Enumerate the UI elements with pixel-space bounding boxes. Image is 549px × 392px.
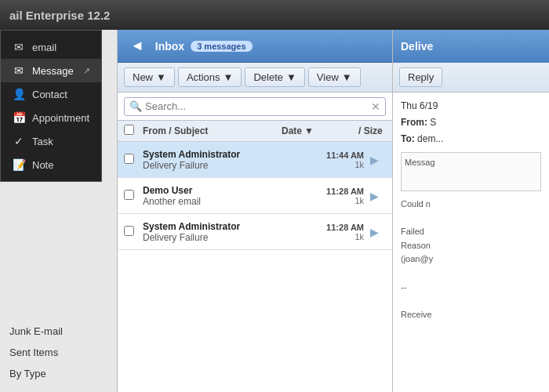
row-content-3: System Administrator Delivery Failure (143, 221, 287, 243)
message-dropdown-icon: ✉ (12, 64, 26, 77)
dropdown-note-label: Note (32, 159, 53, 171)
email-from-line: From: S (401, 115, 541, 129)
row-meta-2: 11:28 AM 1k (293, 187, 364, 205)
right-panel: Delive Reply Thu 6/19 From: S To: dem...… (392, 30, 549, 392)
sidebar-sent-label: Sent Items (9, 347, 58, 358)
view-button-label: View (317, 71, 339, 83)
body-line-8 (401, 294, 541, 308)
date-header: Date ▼ (282, 125, 352, 136)
inbox-header: ◄ Inbox 3 messages (118, 30, 392, 63)
search-input[interactable] (145, 100, 368, 112)
size-header: / Size (358, 125, 386, 136)
email-to-value: dem... (417, 133, 443, 144)
inbox-message-count: 3 messages (191, 41, 252, 52)
right-panel-header: Delive (393, 30, 549, 63)
body-line-9: Receive (401, 308, 541, 322)
row-flag-icon-2[interactable]: ▶ (370, 190, 386, 202)
list-column-header: From / Subject Date ▼ / Size (118, 121, 392, 142)
main-layout: ✉ email ✉ Message ↗ 👤 Contact 📅 Appointm… (0, 30, 549, 392)
sidebar-item-junk[interactable]: Junk E-mail (0, 321, 117, 342)
row-flag-icon-3[interactable]: ▶ (370, 226, 386, 238)
body-line-7: -- (401, 281, 541, 295)
search-wrapper: 🔍 ✕ (124, 97, 386, 116)
dropdown-item-contact[interactable]: 👤 Contact (1, 82, 101, 106)
dropdown-item-message[interactable]: ✉ Message ↗ (1, 59, 101, 82)
top-bar: ail Enterprise 12.2 (0, 0, 549, 30)
body-line-6 (401, 267, 541, 281)
row-sender-1: System Administrator (143, 149, 287, 160)
row-checkbox-3[interactable] (124, 226, 136, 238)
dropdown-item-task[interactable]: ✓ Task (1, 129, 101, 153)
dropdown-item-email[interactable]: ✉ email (1, 35, 101, 59)
view-dropdown-icon: ▼ (342, 71, 352, 83)
actions-dropdown-icon: ▼ (224, 71, 234, 83)
inbox-title: Inbox (155, 40, 184, 53)
sidebar-item-sent[interactable]: Sent Items (0, 342, 117, 363)
table-row[interactable]: System Administrator Delivery Failure 11… (118, 214, 392, 250)
inbox-back-button[interactable]: ◄ (125, 36, 149, 56)
sidebar-item-bytype[interactable]: By Type (0, 363, 117, 384)
from-subject-header: From / Subject (143, 125, 275, 136)
row-flag-icon-1[interactable]: ▶ (370, 154, 386, 166)
body-line-3: Failed (401, 225, 541, 239)
search-clear-icon[interactable]: ✕ (371, 100, 380, 113)
view-button[interactable]: View ▼ (308, 67, 361, 87)
new-button-label: New (133, 71, 153, 83)
delete-dropdown-icon: ▼ (286, 71, 296, 83)
body-line-4: Reason (401, 239, 541, 253)
select-all-input[interactable] (124, 125, 134, 135)
content-area: ◄ Inbox 3 messages New ▼ Actions ▼ Delet… (118, 30, 392, 392)
actions-button-label: Actions (187, 71, 220, 83)
delete-button-label: Delete (253, 71, 283, 83)
appointment-dropdown-icon: 📅 (12, 111, 26, 124)
body-line-2 (401, 212, 541, 226)
row-subject-3: Delivery Failure (143, 232, 287, 243)
email-dropdown-icon: ✉ (12, 41, 26, 53)
actions-button[interactable]: Actions ▼ (178, 67, 242, 87)
search-icon: 🔍 (129, 100, 142, 112)
body-line-1: Could n (401, 198, 541, 212)
new-button[interactable]: New ▼ (124, 67, 175, 87)
toolbar: New ▼ Actions ▼ Delete ▼ View ▼ (118, 63, 392, 93)
email-from-label: From: (401, 117, 427, 128)
body-label: Messag (405, 156, 537, 170)
right-panel-content: Thu 6/19 From: S To: dem... Messag Could… (393, 93, 549, 328)
reply-button[interactable]: Reply (399, 67, 442, 87)
table-row[interactable]: Demo User Another email 11:28 AM 1k ▶ (118, 178, 392, 214)
dropdown-item-note[interactable]: 📝 Note (1, 153, 101, 176)
email-date-value: Thu 6/19 (401, 100, 438, 111)
dropdown-message-label: Message (32, 65, 74, 77)
dropdown-appointment-label: Appointment (32, 112, 89, 124)
row-meta-3: 11:28 AM 1k (293, 223, 364, 241)
contact-dropdown-icon: 👤 (12, 88, 26, 100)
sort-arrow-icon[interactable]: ▼ (304, 125, 314, 136)
row-content-1: System Administrator Delivery Failure (143, 149, 287, 171)
task-dropdown-icon: ✓ (12, 135, 26, 147)
dropdown-task-label: Task (32, 136, 53, 147)
cursor-indicator: ↗ (83, 66, 90, 76)
select-all-checkbox[interactable] (124, 125, 136, 137)
email-date-line: Thu 6/19 (401, 99, 541, 113)
dropdown-item-appointment[interactable]: 📅 Appointment (1, 106, 101, 129)
row-checkbox-1[interactable] (124, 154, 136, 166)
dropdown-contact-label: Contact (32, 89, 67, 100)
row-sender-3: System Administrator (143, 221, 287, 232)
new-dropdown-menu: ✉ email ✉ Message ↗ 👤 Contact 📅 Appointm… (0, 30, 102, 182)
note-dropdown-icon: 📝 (12, 158, 26, 171)
sidebar-junk-label: Junk E-mail (9, 325, 63, 337)
new-dropdown-icon: ▼ (156, 71, 166, 83)
message-body-area: Messag (401, 152, 541, 191)
reply-button-label: Reply (408, 71, 434, 83)
row-content-2: Demo User Another email (143, 185, 287, 207)
row-meta-1: 11:44 AM 1k (293, 151, 364, 169)
table-row[interactable]: System Administrator Delivery Failure 11… (118, 142, 392, 178)
body-line-5: (joan@y (401, 252, 541, 267)
right-panel-toolbar: Reply (393, 63, 549, 93)
email-list: From / Subject Date ▼ / Size System Admi… (118, 121, 392, 392)
row-checkbox-2[interactable] (124, 190, 136, 202)
row-subject-1: Delivery Failure (143, 160, 287, 171)
email-to-label: To: (401, 133, 415, 144)
app-title: ail Enterprise 12.2 (9, 9, 110, 22)
row-sender-2: Demo User (143, 185, 287, 196)
delete-button[interactable]: Delete ▼ (245, 67, 304, 87)
